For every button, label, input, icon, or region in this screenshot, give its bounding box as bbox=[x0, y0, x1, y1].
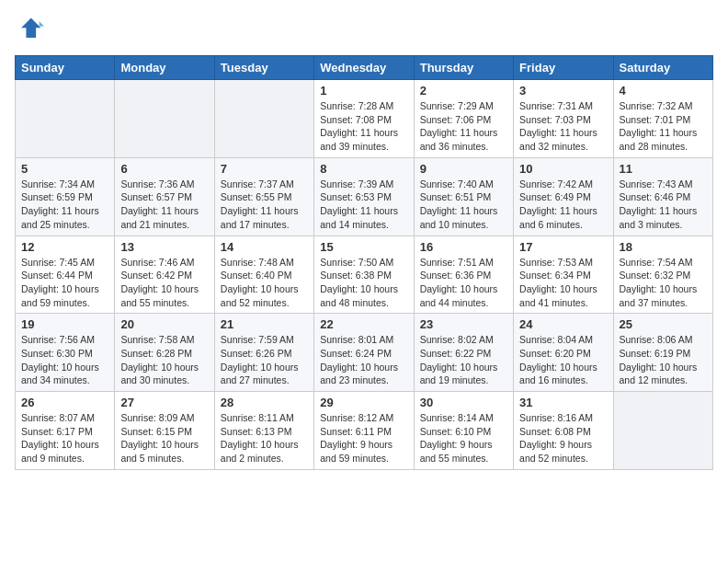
day-info: Sunrise: 7:39 AM Sunset: 6:53 PM Dayligh… bbox=[320, 178, 407, 232]
weekday-header: Thursday bbox=[414, 56, 513, 80]
calendar-cell: 28Sunrise: 8:11 AM Sunset: 6:13 PM Dayli… bbox=[214, 392, 313, 470]
day-info: Sunrise: 7:31 AM Sunset: 7:03 PM Dayligh… bbox=[519, 99, 607, 154]
day-info: Sunrise: 7:43 AM Sunset: 6:46 PM Dayligh… bbox=[620, 178, 707, 232]
day-number: 29 bbox=[320, 396, 407, 409]
day-number: 3 bbox=[519, 84, 607, 98]
calendar-cell: 15Sunrise: 7:50 AM Sunset: 6:38 PM Dayli… bbox=[314, 236, 414, 314]
calendar-cell: 9Sunrise: 7:40 AM Sunset: 6:51 PM Daylig… bbox=[414, 157, 513, 236]
calendar-cell: 8Sunrise: 7:39 AM Sunset: 6:53 PM Daylig… bbox=[314, 157, 414, 236]
calendar-week-row: 19Sunrise: 7:56 AM Sunset: 6:30 PM Dayli… bbox=[16, 314, 713, 392]
day-number: 8 bbox=[320, 162, 407, 176]
calendar-cell bbox=[214, 80, 313, 158]
calendar-cell: 2Sunrise: 7:29 AM Sunset: 7:06 PM Daylig… bbox=[414, 80, 513, 158]
day-info: Sunrise: 8:09 AM Sunset: 6:15 PM Dayligh… bbox=[120, 411, 208, 465]
calendar-cell: 10Sunrise: 7:42 AM Sunset: 6:49 PM Dayli… bbox=[514, 157, 613, 236]
day-info: Sunrise: 7:48 AM Sunset: 6:40 PM Dayligh… bbox=[221, 256, 308, 310]
logo-icon bbox=[15, 15, 44, 44]
day-info: Sunrise: 7:29 AM Sunset: 7:06 PM Dayligh… bbox=[420, 99, 507, 154]
day-info: Sunrise: 7:40 AM Sunset: 6:51 PM Dayligh… bbox=[420, 178, 507, 232]
day-info: Sunrise: 8:16 AM Sunset: 6:08 PM Dayligh… bbox=[519, 411, 607, 465]
day-info: Sunrise: 7:37 AM Sunset: 6:55 PM Dayligh… bbox=[221, 178, 308, 232]
logo bbox=[15, 15, 48, 44]
day-number: 26 bbox=[21, 396, 108, 409]
calendar-cell: 6Sunrise: 7:36 AM Sunset: 6:57 PM Daylig… bbox=[115, 157, 214, 236]
day-number: 15 bbox=[320, 240, 407, 254]
day-number: 9 bbox=[420, 162, 507, 176]
weekday-header: Monday bbox=[115, 56, 214, 80]
calendar-cell: 16Sunrise: 7:51 AM Sunset: 6:36 PM Dayli… bbox=[414, 236, 513, 314]
day-info: Sunrise: 8:07 AM Sunset: 6:17 PM Dayligh… bbox=[21, 411, 108, 465]
calendar-cell: 22Sunrise: 8:01 AM Sunset: 6:24 PM Dayli… bbox=[314, 314, 414, 392]
weekday-header: Tuesday bbox=[214, 56, 313, 80]
calendar-cell: 4Sunrise: 7:32 AM Sunset: 7:01 PM Daylig… bbox=[613, 80, 712, 158]
calendar-cell: 17Sunrise: 7:53 AM Sunset: 6:34 PM Dayli… bbox=[514, 236, 613, 314]
day-info: Sunrise: 8:14 AM Sunset: 6:10 PM Dayligh… bbox=[420, 411, 507, 465]
day-number: 24 bbox=[519, 317, 607, 331]
day-info: Sunrise: 7:46 AM Sunset: 6:42 PM Dayligh… bbox=[120, 256, 208, 310]
page-header bbox=[15, 15, 713, 44]
calendar-cell: 27Sunrise: 8:09 AM Sunset: 6:15 PM Dayli… bbox=[115, 392, 214, 470]
day-number: 18 bbox=[620, 240, 707, 254]
day-number: 23 bbox=[420, 317, 507, 331]
day-info: Sunrise: 7:59 AM Sunset: 6:26 PM Dayligh… bbox=[221, 333, 308, 387]
day-number: 14 bbox=[221, 240, 308, 254]
day-number: 10 bbox=[519, 162, 607, 176]
day-info: Sunrise: 8:06 AM Sunset: 6:19 PM Dayligh… bbox=[620, 333, 707, 387]
day-number: 16 bbox=[420, 240, 507, 254]
day-number: 31 bbox=[519, 396, 607, 409]
day-info: Sunrise: 7:51 AM Sunset: 6:36 PM Dayligh… bbox=[420, 256, 507, 310]
day-info: Sunrise: 7:56 AM Sunset: 6:30 PM Dayligh… bbox=[21, 333, 108, 387]
weekday-header: Saturday bbox=[613, 56, 712, 80]
calendar-cell: 13Sunrise: 7:46 AM Sunset: 6:42 PM Dayli… bbox=[115, 236, 214, 314]
day-number: 30 bbox=[420, 396, 507, 409]
calendar-week-row: 26Sunrise: 8:07 AM Sunset: 6:17 PM Dayli… bbox=[16, 392, 713, 470]
day-number: 5 bbox=[21, 162, 108, 176]
day-number: 20 bbox=[120, 317, 208, 331]
day-number: 21 bbox=[221, 317, 308, 331]
calendar-cell: 14Sunrise: 7:48 AM Sunset: 6:40 PM Dayli… bbox=[214, 236, 313, 314]
day-number: 19 bbox=[21, 317, 108, 331]
day-number: 12 bbox=[21, 240, 108, 254]
day-info: Sunrise: 7:53 AM Sunset: 6:34 PM Dayligh… bbox=[519, 256, 607, 310]
calendar-cell: 3Sunrise: 7:31 AM Sunset: 7:03 PM Daylig… bbox=[514, 80, 613, 158]
calendar-cell: 19Sunrise: 7:56 AM Sunset: 6:30 PM Dayli… bbox=[16, 314, 115, 392]
calendar-cell: 23Sunrise: 8:02 AM Sunset: 6:22 PM Dayli… bbox=[414, 314, 513, 392]
calendar-cell: 7Sunrise: 7:37 AM Sunset: 6:55 PM Daylig… bbox=[214, 157, 313, 236]
calendar-cell: 11Sunrise: 7:43 AM Sunset: 6:46 PM Dayli… bbox=[613, 157, 712, 236]
day-number: 7 bbox=[221, 162, 308, 176]
calendar-cell bbox=[115, 80, 214, 158]
day-info: Sunrise: 8:01 AM Sunset: 6:24 PM Dayligh… bbox=[320, 333, 407, 387]
calendar-cell: 5Sunrise: 7:34 AM Sunset: 6:59 PM Daylig… bbox=[16, 157, 115, 236]
day-info: Sunrise: 7:34 AM Sunset: 6:59 PM Dayligh… bbox=[21, 178, 108, 232]
calendar-cell: 18Sunrise: 7:54 AM Sunset: 6:32 PM Dayli… bbox=[613, 236, 712, 314]
day-number: 25 bbox=[620, 317, 707, 331]
day-info: Sunrise: 7:45 AM Sunset: 6:44 PM Dayligh… bbox=[21, 256, 108, 310]
day-info: Sunrise: 7:50 AM Sunset: 6:38 PM Dayligh… bbox=[320, 256, 407, 310]
calendar-cell: 1Sunrise: 7:28 AM Sunset: 7:08 PM Daylig… bbox=[314, 80, 414, 158]
day-info: Sunrise: 8:02 AM Sunset: 6:22 PM Dayligh… bbox=[420, 333, 507, 387]
day-info: Sunrise: 8:12 AM Sunset: 6:11 PM Dayligh… bbox=[320, 411, 407, 465]
svg-marker-0 bbox=[21, 18, 40, 38]
calendar-header-row: SundayMondayTuesdayWednesdayThursdayFrid… bbox=[16, 56, 713, 80]
day-info: Sunrise: 8:04 AM Sunset: 6:20 PM Dayligh… bbox=[519, 333, 607, 387]
calendar-cell: 26Sunrise: 8:07 AM Sunset: 6:17 PM Dayli… bbox=[16, 392, 115, 470]
calendar-cell: 29Sunrise: 8:12 AM Sunset: 6:11 PM Dayli… bbox=[314, 392, 414, 470]
calendar-cell: 24Sunrise: 8:04 AM Sunset: 6:20 PM Dayli… bbox=[514, 314, 613, 392]
weekday-header: Sunday bbox=[16, 56, 115, 80]
day-info: Sunrise: 7:36 AM Sunset: 6:57 PM Dayligh… bbox=[120, 178, 208, 232]
day-number: 6 bbox=[120, 162, 208, 176]
day-info: Sunrise: 7:54 AM Sunset: 6:32 PM Dayligh… bbox=[620, 256, 707, 310]
calendar-week-row: 5Sunrise: 7:34 AM Sunset: 6:59 PM Daylig… bbox=[16, 157, 713, 236]
weekday-header: Wednesday bbox=[314, 56, 414, 80]
calendar-week-row: 12Sunrise: 7:45 AM Sunset: 6:44 PM Dayli… bbox=[16, 236, 713, 314]
calendar-cell: 31Sunrise: 8:16 AM Sunset: 6:08 PM Dayli… bbox=[514, 392, 613, 470]
day-number: 27 bbox=[120, 396, 208, 409]
day-info: Sunrise: 7:28 AM Sunset: 7:08 PM Dayligh… bbox=[320, 99, 407, 154]
calendar-cell bbox=[16, 80, 115, 158]
day-info: Sunrise: 8:11 AM Sunset: 6:13 PM Dayligh… bbox=[221, 411, 308, 465]
day-number: 28 bbox=[221, 396, 308, 409]
day-number: 17 bbox=[519, 240, 607, 254]
calendar-table: SundayMondayTuesdayWednesdayThursdayFrid… bbox=[15, 55, 713, 470]
calendar-cell: 25Sunrise: 8:06 AM Sunset: 6:19 PM Dayli… bbox=[613, 314, 712, 392]
calendar-cell bbox=[613, 392, 712, 470]
